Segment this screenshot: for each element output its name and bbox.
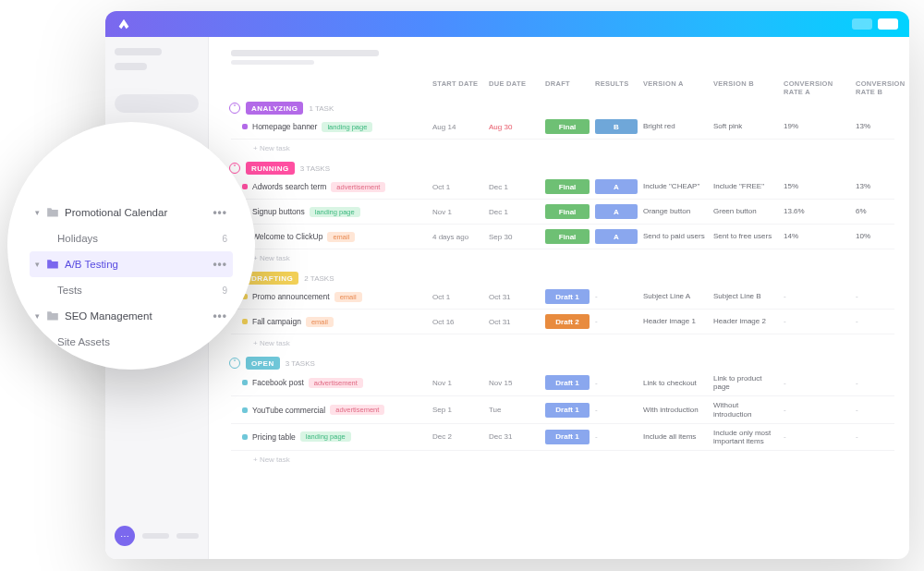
- status-pill[interactable]: RUNNING: [246, 162, 295, 175]
- draft-chip[interactable]: Final: [545, 119, 590, 134]
- group-header[interactable]: ˅ DRAFTING 2 TASKS: [229, 272, 894, 285]
- task-row[interactable]: Welcome to ClickUp email 4 days ago Sep …: [231, 225, 894, 249]
- more-icon[interactable]: •••: [213, 258, 227, 271]
- group-header[interactable]: ˅ ANALYZING 1 TASK: [229, 102, 894, 115]
- draft-chip[interactable]: Draft 1: [545, 430, 590, 444]
- new-task-button[interactable]: + New task: [231, 249, 894, 266]
- tag[interactable]: email: [334, 292, 362, 302]
- conv-rate-a: -: [784, 379, 850, 387]
- new-task-button[interactable]: + New task: [231, 140, 894, 156]
- tag[interactable]: advertisement: [331, 182, 385, 192]
- version-b[interactable]: Green button: [713, 207, 778, 215]
- version-a[interactable]: Subject Line A: [643, 292, 708, 300]
- draft-chip[interactable]: Final: [545, 204, 590, 219]
- version-b[interactable]: Header image 2: [713, 317, 778, 325]
- version-b[interactable]: Without introduction: [713, 401, 778, 418]
- version-a[interactable]: Include "CHEAP": [643, 182, 708, 190]
- draft-chip[interactable]: Draft 1: [545, 403, 590, 418]
- draft-chip[interactable]: Draft 1: [545, 375, 590, 390]
- version-b[interactable]: Link to product page: [713, 374, 778, 391]
- version-a[interactable]: Header image 1: [643, 317, 708, 325]
- version-a[interactable]: Orange button: [643, 207, 708, 215]
- new-task-button[interactable]: + New task: [231, 451, 894, 468]
- task-row[interactable]: Homepage banner landing page Aug 14 Aug …: [231, 115, 894, 140]
- chevron-down-icon[interactable]: ▾: [35, 208, 44, 217]
- due-date[interactable]: Aug 30: [489, 123, 540, 131]
- task-row[interactable]: Pricing table landing page Dec 2 Dec 31 …: [231, 424, 894, 451]
- start-date[interactable]: Nov 1: [432, 379, 483, 387]
- task-row[interactable]: Signup buttons landing page Nov 1 Dec 1 …: [231, 200, 894, 225]
- due-date[interactable]: Dec 1: [489, 208, 540, 216]
- tag[interactable]: advertisement: [330, 405, 384, 415]
- draft-chip[interactable]: Final: [545, 179, 590, 194]
- tag[interactable]: advertisement: [309, 378, 363, 388]
- draft-chip[interactable]: Final: [545, 229, 590, 244]
- task-row[interactable]: Facebook post advertisement Nov 1 Nov 15…: [231, 370, 894, 396]
- result-chip[interactable]: A: [595, 204, 638, 219]
- due-date[interactable]: Oct 31: [489, 318, 540, 326]
- draft-chip[interactable]: Draft 2: [545, 314, 590, 329]
- version-a[interactable]: Send to paid users: [643, 232, 708, 240]
- tag[interactable]: email: [327, 232, 355, 242]
- result-chip[interactable]: B: [595, 119, 638, 134]
- due-date[interactable]: Tue: [489, 406, 540, 414]
- collapse-icon[interactable]: ˅: [229, 358, 240, 369]
- group-header[interactable]: ˅ RUNNING 3 TASKS: [229, 162, 894, 175]
- collapse-icon[interactable]: ˅: [229, 103, 240, 114]
- start-date[interactable]: Nov 1: [432, 208, 483, 216]
- status-dot-icon: [242, 319, 248, 324]
- due-date[interactable]: Dec 31: [489, 432, 540, 441]
- chevron-down-icon[interactable]: ▾: [35, 260, 44, 269]
- task-row[interactable]: YouTube commercial advertisement Sep 1 T…: [231, 396, 894, 423]
- due-date[interactable]: Dec 1: [489, 183, 540, 191]
- status-pill[interactable]: DRAFTING: [246, 272, 298, 285]
- version-b[interactable]: Include "FREE": [713, 182, 778, 190]
- status-dot-icon: [242, 434, 248, 440]
- group-header[interactable]: ˅ OPEN 3 TASKS: [229, 357, 894, 370]
- sidebar-folder-item[interactable]: ▾Promotional Calendar•••: [30, 200, 233, 225]
- sidebar-search-placeholder[interactable]: [115, 94, 199, 113]
- tag[interactable]: landing page: [300, 431, 351, 442]
- sidebar-list-item[interactable]: Tests9: [30, 277, 233, 303]
- tag[interactable]: email: [306, 317, 334, 327]
- draft-chip[interactable]: Draft 1: [545, 289, 590, 304]
- start-date[interactable]: Dec 2: [432, 432, 483, 441]
- version-b[interactable]: Soft pink: [713, 122, 778, 130]
- version-b[interactable]: Subject Line B: [713, 292, 778, 300]
- conv-rate-b: -: [856, 292, 909, 300]
- result-chip[interactable]: A: [595, 229, 638, 244]
- tag[interactable]: landing page: [322, 122, 372, 132]
- version-b[interactable]: Sent to free users: [713, 232, 778, 240]
- version-a[interactable]: Link to checkout: [643, 379, 708, 387]
- start-date[interactable]: Sep 1: [432, 406, 483, 414]
- tag[interactable]: landing page: [310, 207, 360, 217]
- sidebar-folder-item[interactable]: ▾SEO Management•••: [30, 303, 233, 329]
- start-date[interactable]: 4 days ago: [432, 233, 483, 241]
- new-task-button[interactable]: + New task: [231, 334, 894, 351]
- due-date[interactable]: Sep 30: [489, 233, 540, 241]
- start-date[interactable]: Oct 1: [432, 293, 483, 301]
- more-icon[interactable]: •••: [213, 206, 227, 219]
- status-pill[interactable]: ANALYZING: [246, 102, 303, 115]
- version-a[interactable]: With introduction: [643, 406, 708, 414]
- task-row[interactable]: Adwords search term advertisement Oct 1 …: [231, 175, 894, 200]
- version-a[interactable]: Bright red: [643, 122, 708, 130]
- result-chip[interactable]: A: [595, 179, 638, 194]
- sidebar-folder-item[interactable]: ▾A/B Testing•••: [30, 251, 233, 277]
- chat-icon[interactable]: ⋯: [115, 526, 135, 546]
- task-row[interactable]: Promo announcement email Oct 1 Oct 31 Dr…: [231, 285, 894, 310]
- due-date[interactable]: Oct 31: [489, 293, 540, 301]
- due-date[interactable]: Nov 15: [489, 379, 540, 387]
- sidebar-list-item[interactable]: Holidays6: [30, 225, 233, 251]
- version-a[interactable]: Include all items: [643, 432, 708, 441]
- start-date[interactable]: Aug 14: [432, 123, 483, 131]
- task-row[interactable]: Fall campaign email Oct 16 Oct 31 Draft …: [231, 310, 894, 334]
- status-pill[interactable]: OPEN: [246, 357, 280, 370]
- start-date[interactable]: Oct 1: [432, 183, 483, 191]
- chevron-down-icon[interactable]: ▾: [35, 311, 44, 321]
- start-date[interactable]: Oct 16: [432, 318, 483, 326]
- version-b[interactable]: Include only most important items: [713, 429, 778, 445]
- status-dot-icon: [242, 380, 248, 385]
- more-icon[interactable]: •••: [213, 310, 227, 322]
- task-count: 3 TASKS: [300, 164, 330, 173]
